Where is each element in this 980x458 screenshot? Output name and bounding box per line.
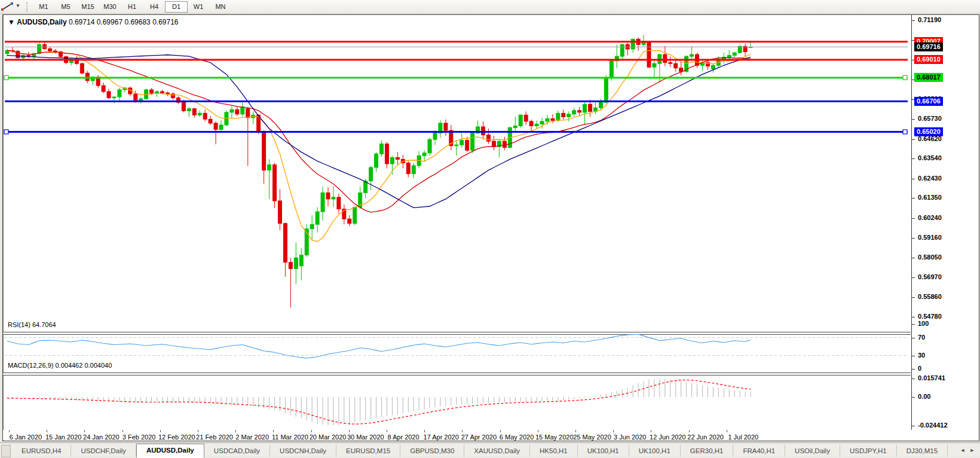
title-low: 0.69683 bbox=[124, 18, 150, 26]
timeframe-button-w1[interactable]: W1 bbox=[187, 1, 210, 13]
date-tick-mark bbox=[122, 430, 123, 432]
date-tick-mark bbox=[462, 430, 463, 432]
chart-tab-uk100-h1[interactable]: UK100,H1 bbox=[629, 445, 681, 457]
price-tick-label: 0.61350 bbox=[918, 194, 942, 201]
chart-tab-eurusd-m15[interactable]: EURUSD,M15 bbox=[336, 445, 400, 457]
price-tick-label: 0.60240 bbox=[918, 214, 942, 221]
date-label: 1 Jul 2020 bbox=[728, 433, 758, 441]
line-style-icon[interactable] bbox=[0, 1, 16, 12]
price-tick-label: 0.71190 bbox=[918, 16, 941, 23]
chart-tab-eurusd-h4[interactable]: EURUSD,H4 bbox=[12, 445, 71, 457]
date-label: 3 Jun 2020 bbox=[614, 433, 646, 441]
price-tick-mark bbox=[912, 238, 915, 239]
title-marker-icon: ▼ bbox=[8, 18, 15, 26]
rsi-tick-mark bbox=[912, 369, 915, 370]
timeframe-button-m15[interactable]: M15 bbox=[76, 1, 99, 13]
title-open: 0.69714 bbox=[69, 18, 94, 26]
price-tick-label: 0.54780 bbox=[918, 313, 942, 320]
date-tick-mark bbox=[651, 430, 651, 432]
macd-label: MACD(12,26,9) 0.004462 0.004040 bbox=[8, 362, 112, 369]
date-label: 25 May 2020 bbox=[573, 433, 611, 441]
timeframe-button-m5[interactable]: M5 bbox=[54, 1, 77, 13]
date-label: 17 Apr 2020 bbox=[424, 433, 459, 441]
price-tick-mark bbox=[912, 158, 915, 159]
tab-scroll-right-icon[interactable]: ► bbox=[968, 446, 976, 454]
chart-tab-xauusd-daily[interactable]: XAUUSD,Daily bbox=[464, 445, 530, 457]
chart-tab-dj30-m15[interactable]: DJ30,M15 bbox=[897, 445, 948, 457]
date-label: 20 Mar 2020 bbox=[310, 433, 347, 441]
date-tick-mark bbox=[424, 430, 425, 432]
price-tick-label: 0.63540 bbox=[918, 154, 942, 161]
price-badge: 0.69716 bbox=[914, 42, 943, 51]
title-symbol: AUDUSD,Daily bbox=[17, 18, 66, 26]
price-tick-mark bbox=[912, 317, 915, 317]
panel-splitter-macd[interactable] bbox=[3, 372, 911, 375]
tab-list-button[interactable] bbox=[1, 445, 11, 457]
date-label: 15 Jan 2020 bbox=[45, 433, 82, 441]
date-label: 12 Jun 2020 bbox=[650, 433, 686, 441]
price-tick-mark bbox=[912, 277, 915, 278]
timeframe-button-d1[interactable]: D1 bbox=[165, 1, 188, 13]
chart-tab-usoil-daily[interactable]: USOil,Daily bbox=[785, 445, 840, 457]
rsi-tick-mark bbox=[912, 338, 915, 338]
date-tick-mark bbox=[198, 430, 198, 432]
dropdown-caret-icon[interactable]: ▼ bbox=[16, 3, 20, 8]
price-tick-label: 0.59160 bbox=[918, 234, 942, 241]
chart-tab-usdjpy-h1[interactable]: USDJPY,H1 bbox=[840, 445, 897, 457]
macd-level-label: 0.00 bbox=[918, 393, 930, 400]
date-tick-mark bbox=[9, 430, 10, 432]
date-label: 24 Jan 2020 bbox=[83, 433, 120, 441]
price-tick-mark bbox=[912, 297, 915, 298]
date-tick-mark bbox=[47, 430, 47, 432]
price-badge: 0.65020 bbox=[914, 127, 943, 136]
date-tick-mark bbox=[689, 430, 690, 432]
timeframe-button-h1[interactable]: H1 bbox=[121, 1, 143, 13]
rsi-level-label: 100 bbox=[918, 320, 929, 327]
price-axis[interactable]: 0.711900.701100.690000.679200.668100.657… bbox=[911, 15, 979, 430]
price-badge: 0.66706 bbox=[914, 97, 943, 106]
price-tick-mark bbox=[912, 139, 915, 140]
date-label: 2 Mar 2020 bbox=[235, 433, 269, 441]
date-label: 6 May 2020 bbox=[500, 433, 534, 441]
date-label: 22 Jun 2020 bbox=[687, 433, 724, 441]
price-tick-mark bbox=[912, 119, 915, 120]
chart-window[interactable]: ▼ AUDUSD,Daily 0.69714 0.69967 0.69683 0… bbox=[2, 14, 979, 441]
chart-tab-hk50-h1[interactable]: HK50,H1 bbox=[530, 445, 578, 457]
panel-splitter-rsi[interactable] bbox=[3, 332, 911, 335]
macd-tick-mark bbox=[912, 378, 915, 379]
chart-tab-fra40-h1[interactable]: FRA40,H1 bbox=[733, 445, 785, 457]
date-tick-mark bbox=[349, 430, 350, 432]
chart-tab-uk100-h1[interactable]: UK100,H1 bbox=[578, 445, 629, 457]
date-tick-mark bbox=[727, 430, 727, 432]
title-close: 0.69716 bbox=[152, 18, 178, 26]
rsi-label: RSI(14) 64.7064 bbox=[8, 321, 56, 328]
top-toolbar: ▼ M1M5M15M30H1H4D1W1MN bbox=[0, 0, 980, 14]
toolbar-grip[interactable] bbox=[26, 2, 30, 11]
date-tick-mark bbox=[235, 430, 236, 432]
rsi-level-label: 0 bbox=[918, 365, 921, 372]
rsi-level-label: 30 bbox=[918, 352, 925, 359]
chart-tab-bar: ◄ ► EURUSD,H4USDCHF,DailyAUDUSD,DailyUSD… bbox=[0, 442, 980, 457]
timeframe-button-m30[interactable]: M30 bbox=[99, 1, 121, 13]
chart-tab-usdcnh-daily[interactable]: USDCNH,Daily bbox=[270, 445, 336, 457]
chart-tab-usdchf-daily[interactable]: USDCHF,Daily bbox=[71, 445, 136, 457]
timeframe-button-mn[interactable]: MN bbox=[209, 1, 232, 13]
date-label: 15 May 2020 bbox=[535, 433, 574, 441]
timeframe-button-h4[interactable]: H4 bbox=[143, 1, 166, 13]
chart-tab-usdcad-daily[interactable]: USDCAD,Daily bbox=[204, 445, 270, 457]
title-high: 0.69967 bbox=[97, 18, 122, 26]
date-tick-mark bbox=[311, 430, 312, 432]
date-label: 3 Feb 2020 bbox=[122, 433, 156, 441]
price-tick-label: 0.58050 bbox=[918, 254, 942, 261]
date-tick-mark bbox=[273, 430, 274, 432]
date-tick-mark bbox=[160, 430, 161, 432]
rsi-tick-mark bbox=[912, 324, 915, 325]
date-label: 11 Mar 2020 bbox=[272, 433, 308, 441]
chart-tab-gbpusd-m30[interactable]: GBPUSD,M30 bbox=[400, 445, 464, 457]
timeframe-button-m1[interactable]: M1 bbox=[32, 1, 55, 13]
tab-scroll-left-icon[interactable]: ◄ bbox=[958, 446, 967, 454]
price-tick-mark bbox=[912, 258, 915, 258]
chart-tab-ger30-h1[interactable]: GER30,H1 bbox=[681, 445, 734, 457]
chart-tab-audusd-daily[interactable]: AUDUSD,Daily bbox=[136, 444, 204, 458]
price-badge: 0.69010 bbox=[914, 55, 943, 64]
